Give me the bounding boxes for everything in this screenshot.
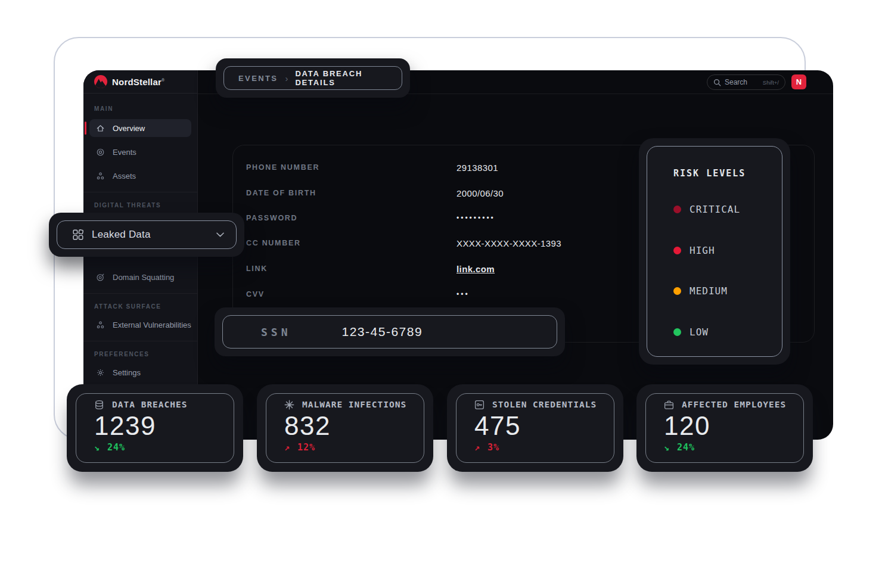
risk-item-critical: CRITICAL [673,204,740,215]
risk-levels-card: RISK LEVELS CRITICAL HIGH MEDIUM LOW [647,146,782,357]
high-dot-icon [673,247,681,254]
sidebar-section-attack-surface: ATTACK SURFACE [94,303,197,310]
trend-percent: 12% [297,442,315,453]
sidebar-divider [83,341,197,341]
trend-percent: 24% [107,442,125,453]
search-shortcut-hint: Shift+/ [763,79,779,86]
active-indicator [85,122,86,135]
stat-card-inner: DATA BREACHES 1239 ↘ 24% [76,393,234,463]
stat-title: DATA BREACHES [112,400,188,409]
leaked-data-callout: Leaked Data [49,213,244,257]
low-dot-icon [673,328,681,336]
risk-item-high: HIGH [673,245,715,256]
sidebar-section-preferences: PREFERENCES [94,351,197,357]
critical-dot-icon [673,206,681,213]
avatar[interactable]: N [791,74,806,89]
breadcrumb-current: DATA BREACH DETAILS [295,69,402,87]
leaked-data-label: Leaked Data [92,229,151,241]
stat-value: 475 [474,412,614,440]
grid-icon [73,229,83,240]
field-label: PHONE NUMBER [246,163,456,172]
field-value: 2000/06/30 [456,188,504,198]
field-label: PASSWORD [246,214,456,222]
chevron-down-icon[interactable] [216,232,224,237]
nodes-icon [95,320,105,329]
breadcrumb: EVENTS › DATA BREACH DETAILS [223,66,402,90]
breach-link[interactable]: link.com [456,264,495,274]
sidebar-item-external-vulnerabilities[interactable]: External Vulnerabilities [89,316,191,334]
breadcrumb-callout: EVENTS › DATA BREACH DETAILS [216,58,410,98]
sidebar-item-assets[interactable]: Assets [89,167,191,185]
home-icon [95,123,105,133]
briefcase-icon [664,400,674,410]
field-label: CVV [246,290,456,298]
sidebar-item-label: Assets [113,172,136,181]
stat-title: AFFECTED EMPLOYEES [682,400,786,409]
trend-down-arrow-icon: ↘ [664,442,670,453]
trend-percent: 3% [487,442,499,453]
sidebar-divider [83,293,197,294]
field-value-masked: ••••••••• [456,214,495,222]
sidebar-section-main: MAIN [94,105,197,112]
field-label: CC NUMBER [246,239,456,247]
sidebar-item-label: External Vulnerabilities [113,321,191,329]
stat-card-malware-infections: MALWARE INFECTIONS 832 ↗ 12% [257,384,433,472]
nordstellar-logo-icon [94,75,107,88]
sidebar-section-digital-threats: DIGITAL THREATS [94,202,197,209]
medium-dot-icon [673,287,681,295]
malware-icon [284,400,294,410]
stat-value: 1239 [94,412,234,440]
field-value: XXXX-XXXX-XXXX-1393 [456,238,561,248]
sidebar-item-leaked-data[interactable]: Leaked Data [57,220,237,249]
brand-name: NordStellar® [112,77,164,87]
stat-title: MALWARE INFECTIONS [302,400,406,409]
search-input[interactable]: Search Shift+/ [707,74,785,90]
stat-card-inner: MALWARE INFECTIONS 832 ↗ 12% [266,393,424,463]
risk-levels-title: RISK LEVELS [673,168,746,179]
stat-card-inner: STOLEN CREDENTIALS 475 ↗ 3% [456,393,614,463]
trend-up-arrow-icon: ↗ [474,442,480,453]
stat-trend: ↘ 24% [94,442,234,453]
search-placeholder: Search [725,78,747,86]
sidebar-item-settings[interactable]: Settings [89,363,191,381]
domain-icon [95,272,105,282]
stat-title: STOLEN CREDENTIALS [492,400,597,409]
stat-trend: ↘ 24% [664,442,803,453]
stat-value: 832 [284,412,424,440]
risk-item-medium: MEDIUM [673,285,728,297]
trend-up-arrow-icon: ↗ [284,442,290,453]
sidebar-divider [83,192,197,192]
field-value: 29138301 [456,163,498,173]
database-icon [94,400,104,410]
field-label: DATE OF BIRTH [246,189,456,197]
stat-trend: ↗ 12% [284,442,424,453]
trend-down-arrow-icon: ↘ [94,442,100,453]
breadcrumb-parent[interactable]: EVENTS [238,74,278,83]
page: NordStellar® MAIN Overview Event [0,0,882,588]
risk-label: CRITICAL [690,204,740,215]
stat-card-affected-employees: AFFECTED EMPLOYEES 120 ↘ 24% [636,384,813,472]
sidebar-item-label: Domain Squatting [113,273,174,282]
ssn-callout: SSN 123-45-6789 [215,307,565,356]
ssn-value: 123-45-6789 [342,325,423,339]
risk-label: MEDIUM [690,285,728,297]
sidebar-item-label: Settings [113,368,141,377]
sidebar-item-domain-squatting[interactable]: Domain Squatting [89,268,191,286]
sidebar-item-overview[interactable]: Overview [89,119,191,137]
gear-icon [95,368,105,377]
nodes-icon [95,171,105,181]
stat-value: 120 [664,412,803,440]
stat-card-data-breaches: DATA BREACHES 1239 ↘ 24% [67,384,243,472]
stat-card-inner: AFFECTED EMPLOYEES 120 ↘ 24% [645,393,804,463]
trend-percent: 24% [677,442,695,453]
ssn-label: SSN [261,326,291,338]
sidebar-item-label: Events [113,148,136,157]
stat-card-stolen-credentials: STOLEN CREDENTIALS 475 ↗ 3% [447,384,623,472]
target-icon [95,147,105,157]
field-value-masked: ••• [456,290,470,298]
brand-logo-row[interactable]: NordStellar® [83,70,197,94]
risk-item-low: LOW [673,326,709,338]
sidebar-item-events[interactable]: Events [89,143,191,161]
credentials-icon [474,400,485,410]
risk-levels-callout: RISK LEVELS CRITICAL HIGH MEDIUM LOW [639,138,790,365]
